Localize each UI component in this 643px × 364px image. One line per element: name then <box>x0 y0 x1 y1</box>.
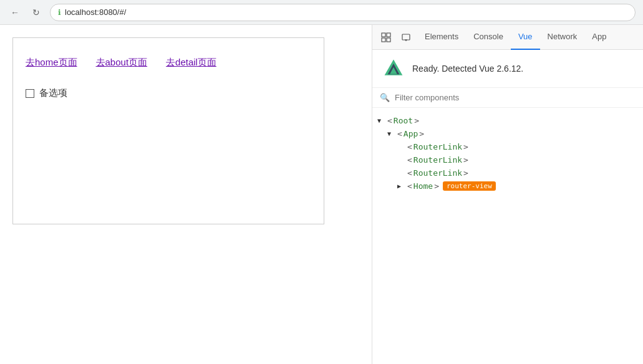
back-button[interactable]: ← <box>7 5 22 20</box>
component-tree: ▼ <Root> ▼ <App> <RouterLink> <RouterLin… <box>372 108 643 199</box>
tree-item-app[interactable]: ▼ <App> <box>377 127 638 140</box>
svg-rect-1 <box>387 33 390 37</box>
checkbox[interactable] <box>26 89 34 98</box>
page-content: 去home页面 去about页面 去detail页面 备选项 <box>0 25 372 364</box>
vue-header: Ready. Detected Vue 2.6.12. <box>372 50 643 88</box>
checkbox-label: 备选项 <box>39 87 67 99</box>
tab-network[interactable]: Network <box>540 25 585 50</box>
filter-input[interactable] <box>395 93 636 102</box>
tab-elements[interactable]: Elements <box>417 25 466 50</box>
nav-link-about[interactable]: 去about页面 <box>96 57 148 69</box>
inspect-icon-button[interactable] <box>377 29 395 46</box>
url-text: localhost:8080/#/ <box>65 7 126 17</box>
svg-rect-2 <box>382 38 385 42</box>
checkbox-row: 备选项 <box>26 87 311 99</box>
tree-item-home[interactable]: ▶ <Home> router-view <box>377 180 638 193</box>
vue-status-text: Ready. Detected Vue 2.6.12. <box>412 64 523 74</box>
router-view-badge: router-view <box>443 181 496 191</box>
devtools-body: Ready. Detected Vue 2.6.12. 🔍 ▼ <Root> ▼… <box>372 50 643 364</box>
reload-button[interactable]: ↻ <box>29 5 44 20</box>
tree-item-routerlink-3[interactable]: <RouterLink> <box>377 166 638 180</box>
page-inner: 去home页面 去about页面 去detail页面 备选项 <box>12 37 324 224</box>
tab-console[interactable]: Console <box>466 25 511 50</box>
tree-item-routerlink-2[interactable]: <RouterLink> <box>377 153 638 166</box>
svg-rect-3 <box>387 38 390 42</box>
tree-item-root[interactable]: ▼ <Root> <box>377 114 638 127</box>
nav-link-home[interactable]: 去home页面 <box>26 57 77 69</box>
main-layout: 去home页面 去about页面 去detail页面 备选项 <box>0 25 643 364</box>
filter-bar: 🔍 <box>372 88 643 108</box>
browser-toolbar: ← ↻ ℹ localhost:8080/#/ <box>0 0 643 25</box>
tree-arrow-root: ▼ <box>377 117 386 124</box>
devtools-panel: Elements Console Vue Network App <box>372 25 643 364</box>
tree-arrow-home: ▶ <box>397 183 406 189</box>
tree-arrow-app: ▼ <box>387 130 396 137</box>
devtools-tabs: Elements Console Vue Network App <box>372 25 643 50</box>
lock-icon: ℹ <box>58 8 61 17</box>
search-icon: 🔍 <box>380 93 390 102</box>
nav-links: 去home页面 去about页面 去detail页面 <box>26 57 311 69</box>
tab-app[interactable]: App <box>584 25 614 50</box>
vue-logo <box>382 57 405 80</box>
tree-item-routerlink-1[interactable]: <RouterLink> <box>377 140 638 153</box>
svg-rect-4 <box>402 34 410 40</box>
nav-link-detail[interactable]: 去detail页面 <box>166 57 216 69</box>
tab-vue[interactable]: Vue <box>511 25 540 50</box>
device-icon-button[interactable] <box>397 29 415 46</box>
address-bar[interactable]: ℹ localhost:8080/#/ <box>50 4 636 21</box>
svg-rect-0 <box>382 33 385 37</box>
